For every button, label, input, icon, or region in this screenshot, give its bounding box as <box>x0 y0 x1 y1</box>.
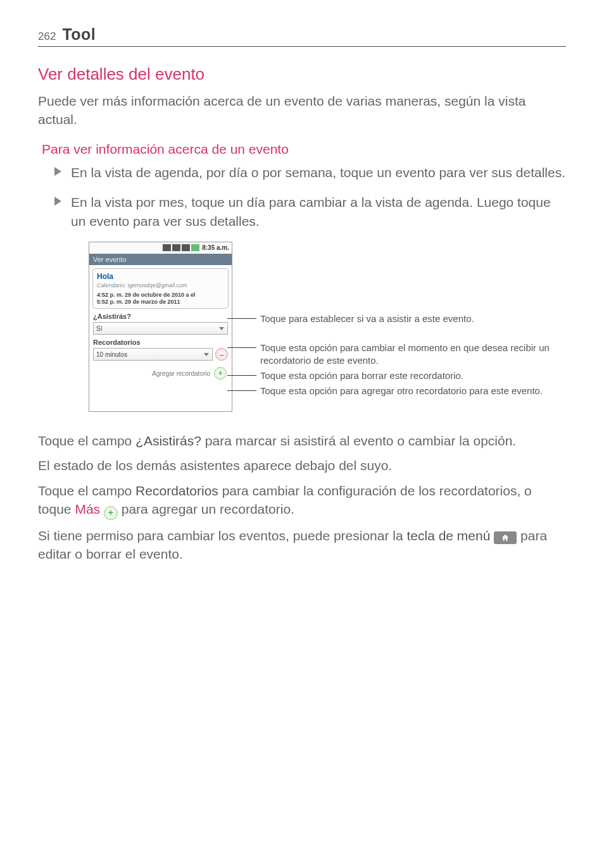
pink-term: Más <box>75 502 100 516</box>
plus-icon: + <box>104 506 118 520</box>
status-icon <box>163 244 171 251</box>
bullet-item: En la vista de agenda, por día o por sem… <box>71 163 566 182</box>
annotation: Toque esta opción para borrar este recor… <box>260 369 566 382</box>
bold-term: Recordatorios <box>135 483 218 498</box>
event-title: Hola <box>97 272 224 281</box>
battery-icon <box>191 244 199 251</box>
bullet-item: En la vista por mes, toque un día para c… <box>71 193 566 230</box>
status-bar: 8:35 a.m. <box>89 242 232 254</box>
bullet-text: En la vista por mes, toque un día para c… <box>71 195 551 228</box>
reminder-dropdown[interactable]: 10 minutos <box>93 348 213 361</box>
status-time: 8:35 a.m. <box>202 244 229 251</box>
figure-row: 8:35 a.m. Ver evento Hola Calendario: ig… <box>89 242 566 419</box>
add-reminder-button[interactable]: + <box>214 367 227 380</box>
title-bar: Ver evento <box>89 254 232 265</box>
bullet-text: En la vista de agenda, por día o por sem… <box>71 165 565 180</box>
body-paragraph: Toque el campo ¿Asistirás? para marcar s… <box>38 431 566 450</box>
remove-reminder-button[interactable]: – <box>215 348 228 361</box>
annotations: Toque para establecer si va a asistir a … <box>232 242 566 419</box>
event-time-line: 5:52 p. m. 29 de marzo de 2011 <box>97 299 224 306</box>
bold-term: tecla de menú <box>406 528 490 543</box>
body-paragraph: Toque el campo Recordatorios para cambia… <box>38 481 566 520</box>
reminder-value: 10 minutos <box>96 351 127 358</box>
page-title: Tool <box>62 25 96 44</box>
bullet-list: En la vista de agenda, por día o por sem… <box>38 163 566 230</box>
event-card: Hola Calendario: igemusdqe@gmail.com 4:5… <box>92 268 229 309</box>
signal-icon <box>182 244 190 251</box>
annotation: Toque esta opción para agregar otro reco… <box>260 385 566 397</box>
reminders-label: Recordatorios <box>93 338 228 346</box>
intro-paragraph: Puede ver más información acerca de un e… <box>38 92 566 129</box>
text: Toque el campo <box>38 433 135 448</box>
annotation: Toque esta opción para cambiar el moment… <box>260 342 566 368</box>
menu-key-icon <box>494 531 517 544</box>
body-paragraph: Si tiene permiso para cambiar los evento… <box>38 526 566 564</box>
attend-label: ¿Asistirás? <box>93 313 228 320</box>
attend-dropdown[interactable]: Sí <box>93 322 228 335</box>
bold-term: ¿Asistirás? <box>135 433 201 448</box>
status-icon <box>172 244 180 251</box>
sub-heading: Para ver información acerca de un evento <box>42 142 566 157</box>
page-header: 262 Tool <box>38 25 566 47</box>
home-icon <box>501 533 510 542</box>
text: Toque el campo <box>38 483 135 498</box>
triangle-bullet-icon <box>54 197 61 206</box>
annotation: Toque para establecer si va a asistir a … <box>260 313 566 325</box>
phone-screenshot: 8:35 a.m. Ver evento Hola Calendario: ig… <box>89 242 232 412</box>
body-paragraph: El estado de los demás asistentes aparec… <box>38 456 566 474</box>
text: para agregar un recordatorio. <box>118 502 294 516</box>
attend-value: Sí <box>96 325 102 332</box>
text: Si tiene permiso para cambiar los evento… <box>38 528 406 543</box>
section-heading: Ver detalles del evento <box>38 65 566 84</box>
event-datetime: 4:52 p. m. 29 de octubre de 2010 a el 5:… <box>97 292 224 306</box>
text: para marcar si asistirá al evento o camb… <box>201 433 516 448</box>
event-time-line: 4:52 p. m. 29 de octubre de 2010 a el <box>97 292 224 299</box>
add-reminder-label: Agregar recordatorio <box>152 370 210 377</box>
triangle-bullet-icon <box>54 167 61 176</box>
page-number: 262 <box>38 30 56 43</box>
event-calendar: Calendario: igemusdqe@gmail.com <box>97 282 224 288</box>
